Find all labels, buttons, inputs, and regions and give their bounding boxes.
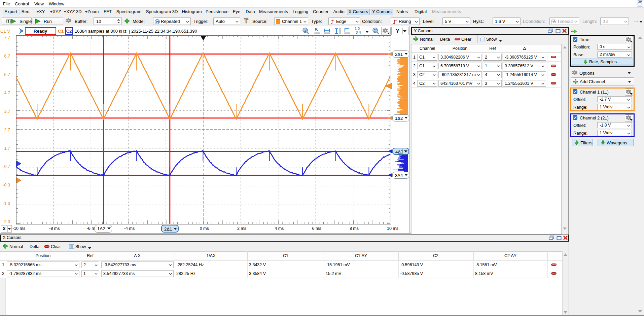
svg-text:1: 1 bbox=[304, 29, 306, 32]
svg-text:1: 1 bbox=[7, 20, 9, 23]
